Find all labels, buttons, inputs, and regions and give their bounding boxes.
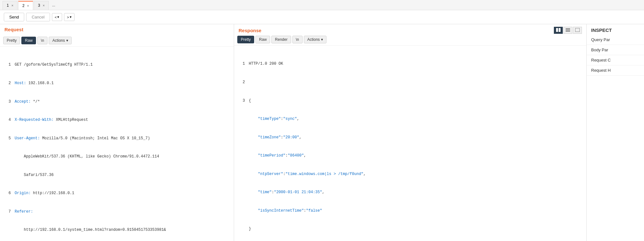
- cancel-button[interactable]: Cancel: [26, 13, 50, 21]
- request-ln-btn[interactable]: \n: [37, 37, 47, 44]
- line-item: "ntpServer":"time.windows.com|ls > /tmp/…: [239, 171, 582, 177]
- inspector-item-requestheaders-label: Request H: [591, 68, 611, 73]
- nav-next-button[interactable]: > ▾: [64, 13, 74, 21]
- tab-1-close[interactable]: ×: [11, 4, 13, 7]
- response-panel-header: Response: [234, 24, 586, 34]
- line-item: "timeType":"sync",: [239, 116, 582, 122]
- tab-2[interactable]: 2 ×: [18, 1, 33, 10]
- svg-rect-4: [566, 31, 570, 32]
- tab-3-close[interactable]: ×: [43, 4, 45, 7]
- line-item: "time":"2000-01-01 21:04:35",: [239, 189, 582, 195]
- request-actions-dropdown-icon: ▾: [66, 38, 68, 43]
- response-raw-btn[interactable]: Raw: [255, 36, 270, 43]
- nav-prev-label: <: [55, 15, 57, 19]
- line-item: 1 GET /goform/GetSysTimeCfg HTTP/1.1: [4, 62, 229, 68]
- line-item: 2: [239, 79, 582, 85]
- response-actions-dropdown-icon: ▾: [321, 37, 323, 42]
- view-split-icon: [556, 28, 561, 33]
- response-actions-label: Actions: [307, 37, 320, 42]
- line-item: 7 Referer:: [4, 209, 229, 215]
- svg-rect-0: [556, 28, 558, 32]
- svg-rect-5: [575, 28, 580, 32]
- response-title: Response: [239, 28, 261, 33]
- view-list-icon: [566, 28, 570, 33]
- nav-next-dropdown-icon: ▾: [70, 15, 72, 19]
- line-item: 1 HTTP/1.0 200 OK: [239, 61, 582, 67]
- nav-prev-button[interactable]: < ▾: [52, 13, 62, 21]
- line-item: }: [239, 226, 582, 232]
- request-pretty-btn[interactable]: Pretty: [3, 37, 20, 44]
- response-actions-btn[interactable]: Actions ▾: [304, 36, 326, 43]
- response-code-area[interactable]: 1 HTTP/1.0 200 OK 2 3 { "timeType":"sync…: [234, 46, 586, 241]
- tab-3-label: 3: [38, 3, 40, 8]
- response-pretty-btn[interactable]: Pretty: [237, 36, 254, 43]
- tab-bar: 1 × 2 × 3 × ...: [0, 0, 644, 10]
- tab-3[interactable]: 3 ×: [34, 1, 49, 10]
- inspector-item-requestcookies-label: Request C: [591, 58, 611, 62]
- request-actions-btn[interactable]: Actions ▾: [49, 37, 71, 44]
- line-item: 3 {: [239, 98, 582, 104]
- inspector-panel: INSPECT Query Par Body Par Request C Req…: [587, 24, 644, 241]
- view-split-btn[interactable]: [554, 27, 563, 34]
- request-raw-btn[interactable]: Raw: [21, 37, 36, 44]
- inspector-item-queryparam-label: Query Par: [591, 37, 610, 42]
- inspector-title: INSPECT: [587, 24, 644, 35]
- view-panel-icon: [575, 28, 580, 33]
- nav-next-label: >: [67, 15, 69, 19]
- tab-1-label: 1: [7, 3, 9, 8]
- line-item: 4 X-Requested-With: XMLHttpRequest: [4, 117, 229, 123]
- line-item: AppleWebKit/537.36 (KHTML, like Gecko) C…: [4, 154, 229, 160]
- view-list-btn[interactable]: [563, 27, 572, 34]
- tab-1[interactable]: 1 ×: [3, 1, 18, 10]
- view-panel-btn[interactable]: [573, 27, 582, 34]
- inspector-item-requestcookies[interactable]: Request C: [587, 55, 644, 65]
- request-title: Request: [0, 24, 234, 35]
- request-toolbar: Pretty Raw \n Actions ▾: [0, 35, 234, 47]
- svg-rect-3: [566, 30, 570, 30]
- line-item: "timeZone":"20:00",: [239, 135, 582, 141]
- line-item: 2 Host: 192.168.0.1: [4, 80, 229, 86]
- send-button[interactable]: Send: [4, 13, 24, 21]
- request-code-area[interactable]: 1 GET /goform/GetSysTimeCfg HTTP/1.1 2 H…: [0, 47, 234, 241]
- response-ln-btn[interactable]: \n: [292, 36, 303, 43]
- response-toolbar: Pretty Raw Render \n Actions ▾: [234, 34, 586, 46]
- inspector-item-queryparam[interactable]: Query Par: [587, 35, 644, 45]
- response-render-btn[interactable]: Render: [271, 36, 291, 43]
- line-item: http://192.168.0.1/system_time.html?rand…: [4, 227, 229, 233]
- main-toolbar: Send Cancel < ▾ > ▾: [0, 10, 644, 24]
- line-item: 3 Accept: */*: [4, 99, 229, 105]
- svg-rect-1: [559, 28, 561, 32]
- line-item: 5 User-Agent: Mozilla/5.0 (Macintosh; In…: [4, 135, 229, 142]
- request-panel: Request Pretty Raw \n Actions ▾ 1 GET /g…: [0, 24, 234, 241]
- tab-2-close[interactable]: ×: [27, 4, 29, 8]
- request-actions-label: Actions: [52, 38, 65, 43]
- line-item: Safari/537.36: [4, 172, 229, 178]
- view-buttons: [554, 27, 582, 34]
- inspector-item-bodyparam-label: Body Par: [591, 47, 608, 52]
- line-item: "isSyncInternetTime":"false": [239, 208, 582, 214]
- svg-rect-2: [566, 28, 570, 29]
- main-layout: Request Pretty Raw \n Actions ▾ 1 GET /g…: [0, 24, 644, 241]
- response-panel: Response: [234, 24, 587, 241]
- tab-2-label: 2: [22, 4, 25, 8]
- inspector-item-bodyparam[interactable]: Body Par: [587, 45, 644, 55]
- inspector-item-requestheaders[interactable]: Request H: [587, 65, 644, 76]
- line-item: "timePeriod":"86400",: [239, 153, 582, 159]
- nav-prev-dropdown-icon: ▾: [57, 15, 59, 19]
- line-item: 6 Origin: http://192.168.0.1: [4, 190, 229, 196]
- tab-more[interactable]: ...: [49, 2, 58, 9]
